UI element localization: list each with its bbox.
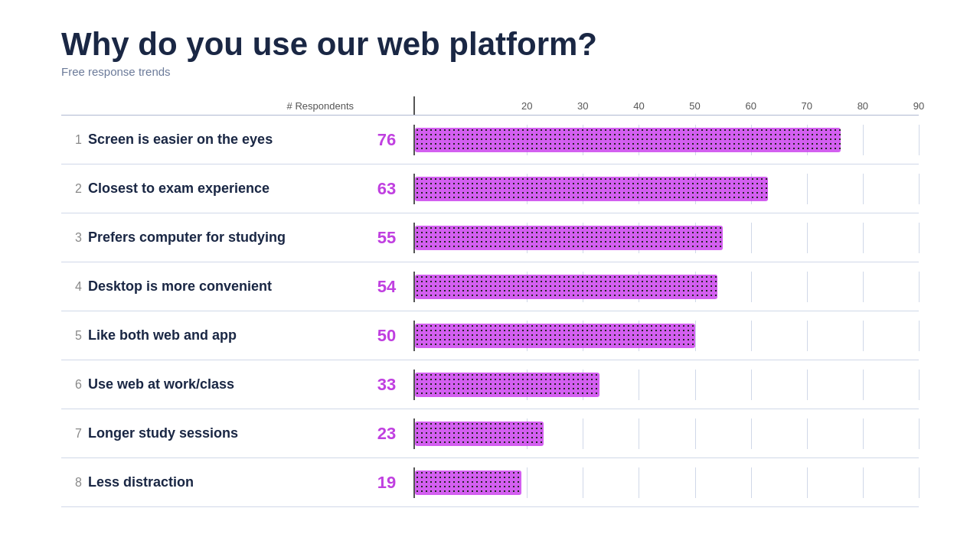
row-label: Longer study sessions [88, 425, 360, 441]
bar [415, 128, 841, 152]
table-row: 8Less distraction19 [61, 458, 919, 507]
table-row: 3Prefers computer for studying55 [61, 213, 919, 262]
row-label: Desktop is more convenient [88, 278, 360, 295]
axis-ticks: 2030405060708090 [415, 96, 919, 115]
axis-tick-20: 20 [521, 100, 532, 112]
axis-tick-70: 70 [802, 100, 812, 112]
axis-tick-60: 60 [745, 100, 756, 112]
chart-title: Why do you use our web platform? [61, 27, 919, 62]
axis-tick-80: 80 [858, 100, 868, 112]
row-rank: 1 [61, 133, 88, 147]
bar [415, 177, 768, 201]
axis-value-spacer [360, 112, 413, 115]
row-rank: 7 [61, 427, 88, 441]
axis-row: # Respondents 2030405060708090 [61, 96, 919, 116]
row-value: 54 [360, 277, 413, 297]
bar-area [413, 321, 919, 351]
row-rank: 4 [61, 280, 88, 294]
bar [415, 471, 521, 495]
row-rank: 2 [61, 182, 88, 196]
table-row: 1Screen is easier on the eyes76 [61, 116, 919, 164]
row-label: Screen is easier on the eyes [88, 132, 360, 148]
row-value: 33 [360, 375, 413, 395]
table-row: 4Desktop is more convenient54 [61, 262, 919, 311]
table-row: 5Like both web and app50 [61, 311, 919, 360]
axis-tick-30: 30 [577, 100, 588, 112]
axis-tick-90: 90 [913, 100, 924, 112]
bar-area [413, 223, 919, 253]
axis-tick-40: 40 [633, 100, 644, 112]
bar [415, 275, 717, 299]
row-label: Use web at work/class [88, 376, 360, 392]
bar [415, 324, 695, 348]
chart-subtitle: Free response trends [61, 65, 919, 78]
axis-tick-50: 50 [689, 100, 700, 112]
row-label: Like both web and app [88, 327, 360, 344]
row-label: Prefers computer for studying [88, 230, 360, 246]
axis-ticks-col: 2030405060708090 [413, 96, 919, 115]
axis-label-col: # Respondents [61, 100, 360, 115]
row-label: Closest to exam experience [88, 181, 360, 197]
bar-area [413, 418, 919, 449]
row-rank: 3 [61, 231, 88, 245]
bar-area [413, 174, 919, 204]
row-value: 19 [360, 473, 413, 493]
row-rank: 6 [61, 378, 88, 392]
row-value: 50 [360, 326, 413, 346]
table-row: 6Use web at work/class33 [61, 360, 919, 409]
chart-container: Why do you use our web platform? Free re… [31, 4, 949, 530]
row-value: 55 [360, 228, 413, 248]
bar-area [413, 467, 919, 498]
table-row: 2Closest to exam experience63 [61, 164, 919, 213]
row-rank: 8 [61, 476, 88, 490]
bar [415, 373, 599, 397]
row-value: 63 [360, 179, 413, 199]
data-rows: 1Screen is easier on the eyes762Closest … [61, 116, 919, 507]
bar-area [413, 125, 919, 155]
bar [415, 226, 723, 250]
row-value: 76 [360, 130, 413, 150]
bar-area [413, 370, 919, 400]
table-row: 7Longer study sessions23 [61, 409, 919, 458]
row-rank: 5 [61, 329, 88, 343]
respondents-label: # Respondents [287, 100, 354, 115]
row-value: 23 [360, 424, 413, 444]
chart-area: # Respondents 2030405060708090 1Screen i… [61, 96, 919, 507]
bar-area [413, 272, 919, 302]
bar [415, 422, 544, 446]
row-label: Less distraction [88, 474, 360, 490]
